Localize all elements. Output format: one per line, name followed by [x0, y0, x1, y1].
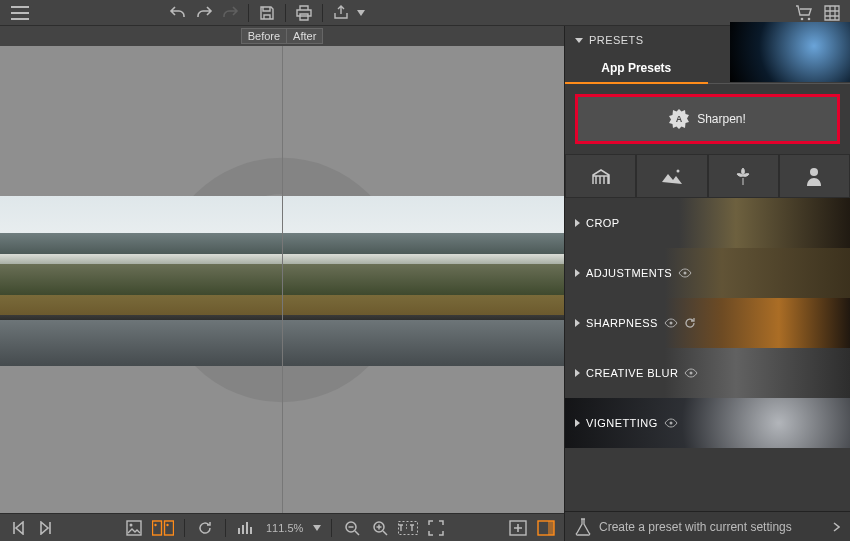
panel-vignetting-icons — [664, 418, 678, 428]
add-media-button[interactable] — [506, 516, 530, 540]
chevron-right-icon — [575, 319, 580, 327]
share-button[interactable] — [329, 1, 353, 25]
chevron-right-icon — [575, 219, 580, 227]
eye-icon — [678, 268, 692, 278]
zoom-value: 111.5% — [262, 522, 307, 534]
svg-point-17 — [810, 168, 818, 176]
zoom-dropdown[interactable] — [311, 516, 323, 540]
create-preset-button[interactable]: Create a preset with current settings — [565, 511, 850, 541]
svg-point-8 — [166, 523, 168, 525]
panel-crop-label: CROP — [586, 217, 620, 229]
auto-badge-icon: A — [669, 109, 689, 129]
adjustment-panels: CROP ADJUSTMENTS SHARPNESS CREATIVE BL — [565, 198, 850, 511]
svg-rect-6 — [165, 521, 174, 535]
before-after-labels: Before After — [0, 26, 564, 46]
presets-header[interactable]: PRESETS — [565, 26, 850, 54]
panel-creative-blur-label: CREATIVE BLUR — [586, 367, 678, 379]
preview-area[interactable] — [0, 46, 564, 513]
panel-vignetting[interactable]: VIGNETTING — [565, 398, 850, 448]
panel-adjustments-label: ADJUSTMENTS — [586, 267, 672, 279]
after-label: After — [287, 28, 323, 44]
eye-icon — [664, 318, 678, 328]
top-toolbar — [0, 0, 850, 26]
prev-image-button[interactable] — [6, 516, 30, 540]
zoom-100-button[interactable] — [396, 516, 420, 540]
tab-my-presets[interactable]: My Presets — [708, 54, 851, 84]
compare-view-button[interactable] — [150, 516, 176, 540]
category-macro[interactable] — [708, 154, 779, 198]
side-panel: PRESETS App Presets My Presets A Sharpen… — [564, 26, 850, 541]
panel-sharpness-label: SHARPNESS — [586, 317, 658, 329]
before-preview — [0, 46, 282, 513]
preset-categories — [565, 154, 850, 198]
tab-app-presets[interactable]: App Presets — [565, 54, 708, 84]
reset-icon — [684, 317, 696, 329]
svg-point-18 — [684, 272, 687, 275]
svg-point-21 — [669, 422, 672, 425]
svg-point-1 — [808, 17, 811, 20]
menu-button[interactable] — [6, 1, 34, 25]
zoom-out-button[interactable] — [340, 516, 364, 540]
before-label: Before — [241, 28, 287, 44]
category-architecture[interactable] — [565, 154, 636, 198]
status-bar: 111.5% — [0, 513, 564, 541]
panel-crop[interactable]: CROP — [565, 198, 850, 248]
category-landscape[interactable] — [636, 154, 707, 198]
zoom-fit-button[interactable] — [424, 516, 448, 540]
canvas-area: Before After — [0, 26, 564, 541]
after-preview — [282, 46, 565, 513]
sharpen-label: Sharpen! — [697, 112, 746, 126]
eye-icon — [664, 418, 678, 428]
panel-adjustments[interactable]: ADJUSTMENTS — [565, 248, 850, 298]
histogram-button[interactable] — [234, 516, 258, 540]
svg-rect-14 — [548, 521, 554, 535]
share-dropdown[interactable] — [355, 1, 367, 25]
svg-point-7 — [154, 523, 156, 525]
grid-button[interactable] — [820, 1, 844, 25]
single-view-button[interactable] — [122, 516, 146, 540]
panel-sharpness-icons — [664, 317, 696, 329]
svg-point-20 — [690, 372, 693, 375]
rotate-button[interactable] — [193, 516, 217, 540]
panel-toggle-button[interactable] — [534, 516, 558, 540]
cart-button[interactable] — [792, 1, 816, 25]
save-button[interactable] — [255, 1, 279, 25]
chevron-right-icon — [575, 419, 580, 427]
svg-point-19 — [669, 322, 672, 325]
panel-creative-blur[interactable]: CREATIVE BLUR — [565, 348, 850, 398]
create-preset-label: Create a preset with current settings — [599, 520, 792, 534]
svg-text:A: A — [676, 114, 683, 124]
svg-point-4 — [130, 523, 133, 526]
chevron-right-icon — [833, 522, 840, 532]
next-image-button[interactable] — [34, 516, 58, 540]
sharpen-preset-button[interactable]: A Sharpen! — [575, 94, 840, 144]
panel-sharpness[interactable]: SHARPNESS — [565, 298, 850, 348]
undo-button[interactable] — [166, 1, 190, 25]
svg-point-16 — [676, 170, 679, 173]
panel-adjustments-icons — [678, 268, 692, 278]
redo-disabled-button — [218, 1, 242, 25]
chevron-down-icon — [575, 38, 583, 43]
svg-point-0 — [801, 17, 804, 20]
chevron-right-icon — [575, 369, 580, 377]
chevron-right-icon — [575, 269, 580, 277]
panel-vignetting-label: VIGNETTING — [586, 417, 658, 429]
panel-creative-blur-icons — [684, 368, 698, 378]
eye-icon — [684, 368, 698, 378]
preset-tabs: App Presets My Presets — [565, 54, 850, 84]
category-portrait[interactable] — [779, 154, 850, 198]
zoom-in-button[interactable] — [368, 516, 392, 540]
redo-button[interactable] — [192, 1, 216, 25]
print-button[interactable] — [292, 1, 316, 25]
flask-icon — [575, 518, 591, 536]
svg-rect-5 — [153, 521, 162, 535]
svg-rect-3 — [127, 521, 141, 535]
presets-label: PRESETS — [589, 34, 643, 46]
